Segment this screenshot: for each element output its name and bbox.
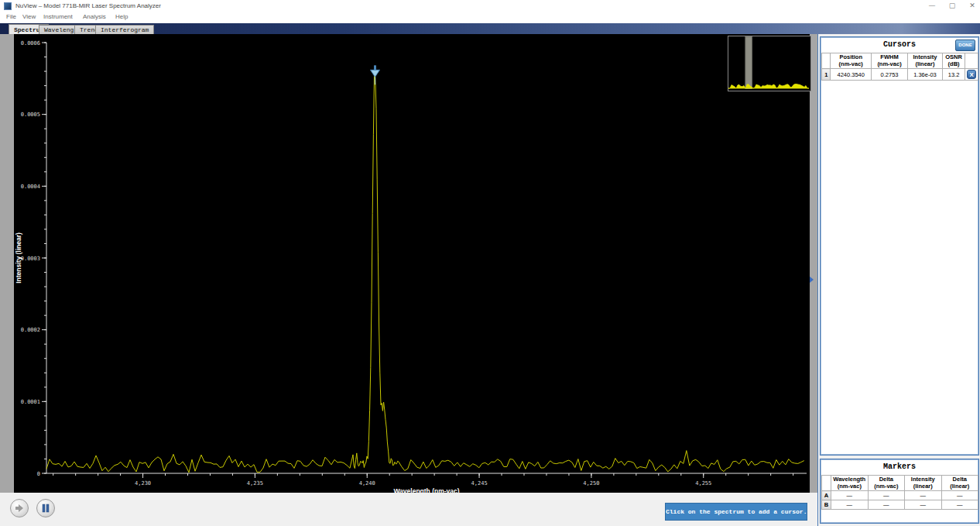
svg-text:0.0006: 0.0006 — [21, 40, 40, 46]
play-arrow-icon — [11, 500, 28, 517]
marker-b-id: B — [822, 500, 831, 510]
svg-text:0.0004: 0.0004 — [21, 184, 40, 190]
marker-b-delta-nm: — — [868, 500, 904, 510]
svg-text:Wavelength (nm-vac): Wavelength (nm-vac) — [393, 487, 459, 493]
cursors-header-row: Position (nm-vac) FWHM (nm-vac) Intensit… — [822, 53, 978, 69]
menu-instrument[interactable]: Instrument — [43, 13, 73, 20]
panel-collapse-arrow-icon[interactable] — [810, 277, 814, 283]
play-button[interactable] — [10, 499, 29, 517]
cursors-table: Position (nm-vac) FWHM (nm-vac) Intensit… — [821, 53, 978, 81]
svg-text:4,255: 4,255 — [695, 480, 711, 486]
cursor-hint-banner: Click on the spectrum to add a cursor. — [665, 503, 807, 521]
svg-text:Intensity (linear): Intensity (linear) — [15, 232, 22, 284]
svg-text:4,235: 4,235 — [247, 480, 263, 486]
app-window: NuView – Model 771B-MIR Laser Spectrum A… — [0, 0, 980, 526]
col-osnr: OSNR (dB) — [942, 53, 965, 69]
pause-button[interactable] — [36, 499, 55, 517]
cursor-row-id: 1 — [822, 69, 831, 81]
markers-panel: Markers Wavelength (nm-vac) Delta (nm-va… — [820, 459, 979, 524]
menu-bar: File View Instrument Analysis Help — [0, 12, 980, 23]
title-bar: NuView – Model 771B-MIR Laser Spectrum A… — [0, 0, 980, 12]
marker-a-delta-nm: — — [868, 491, 904, 500]
marker-b-delta-lin: — — [941, 500, 978, 510]
marker-b-intensity: — — [904, 500, 941, 510]
cursor-position: 4240.3540 — [831, 69, 872, 81]
col-wavelength: Wavelength (nm-vac) — [831, 476, 868, 491]
markers-table: Wavelength (nm-vac) Delta (nm-vac) Inten… — [821, 475, 978, 510]
delete-cursor-button[interactable]: X — [967, 70, 976, 79]
svg-text:0.0002: 0.0002 — [21, 327, 40, 333]
bottom-bar: Click on the spectrum to add a cursor. — [0, 493, 817, 526]
marker-a-intensity: — — [904, 491, 941, 500]
spectrum-trace-svg[interactable]: 4,2304,2354,2404,2454,2504,25500.00010.0… — [14, 34, 810, 493]
svg-text:4,245: 4,245 — [471, 480, 488, 486]
tab-interferogram[interactable]: Interferogram — [95, 25, 154, 34]
pause-bars-icon — [37, 500, 54, 517]
cursor-fwhm: 0.2753 — [872, 69, 908, 81]
overview-inset[interactable] — [728, 36, 811, 91]
menu-file[interactable]: File — [6, 13, 16, 20]
menu-view[interactable]: View — [22, 13, 36, 20]
col-intensity-lin: Intensity (linear) — [904, 476, 941, 491]
marker-b-wavelength: — — [831, 500, 868, 510]
marker-row-b: B — — — — — [822, 500, 978, 510]
spectrum-chart[interactable]: 4,2304,2354,2404,2454,2504,25500.00010.0… — [14, 34, 810, 493]
done-button[interactable]: DONE — [955, 40, 975, 51]
markers-panel-title: Markers — [821, 459, 978, 475]
col-position: Position (nm-vac) — [831, 53, 872, 69]
svg-text:4,250: 4,250 — [583, 480, 599, 486]
col-delta-nm: Delta (nm-vac) — [868, 476, 904, 491]
marker-row-a: A — — — — — [822, 491, 978, 500]
cursor-row: 1 4240.3540 0.2753 1.36e-03 13.2 X — [822, 69, 978, 81]
cursors-panel: Cursors DONE Position (nm-vac) FWHM (nm-… — [820, 36, 979, 456]
plot-margin: 4,2304,2354,2404,2454,2504,25500.00010.0… — [0, 34, 817, 493]
tab-band: Spectrum Wavelength Trend Interferogram — [0, 23, 980, 34]
close-button[interactable]: ✕ — [965, 1, 980, 11]
menu-help[interactable]: Help — [115, 13, 128, 20]
marker-a-wavelength: — — [831, 491, 868, 500]
col-delete — [965, 53, 978, 69]
markers-header-row: Wavelength (nm-vac) Delta (nm-vac) Inten… — [822, 476, 978, 491]
svg-text:4,240: 4,240 — [359, 480, 375, 486]
svg-text:0: 0 — [37, 471, 40, 477]
col-delta-lin: Delta (linear) — [941, 476, 978, 491]
svg-text:0.0005: 0.0005 — [21, 112, 40, 118]
cursor-intensity: 1.36e-03 — [908, 69, 943, 81]
markers-corner-cell — [822, 476, 831, 491]
app-icon — [4, 2, 12, 10]
window-title: NuView – Model 771B-MIR Laser Spectrum A… — [15, 2, 161, 9]
cursors-corner-cell — [822, 53, 831, 69]
cursor-osnr: 13.2 — [942, 69, 965, 81]
marker-a-delta-lin: — — [941, 491, 978, 500]
svg-text:0.0001: 0.0001 — [21, 399, 40, 405]
menu-analysis[interactable]: Analysis — [83, 13, 106, 20]
col-fwhm: FWHM (nm-vac) — [872, 53, 908, 69]
svg-text:0.0003: 0.0003 — [21, 256, 40, 262]
overview-inset-svg[interactable] — [728, 36, 809, 89]
minimize-button[interactable]: — — [924, 1, 940, 11]
maximize-button[interactable]: ▢ — [944, 1, 960, 11]
col-intensity: Intensity (linear) — [908, 53, 943, 69]
marker-a-id: A — [822, 491, 831, 500]
right-pane: Cursors DONE Position (nm-vac) FWHM (nm-… — [817, 34, 980, 526]
svg-text:4,230: 4,230 — [135, 480, 151, 486]
